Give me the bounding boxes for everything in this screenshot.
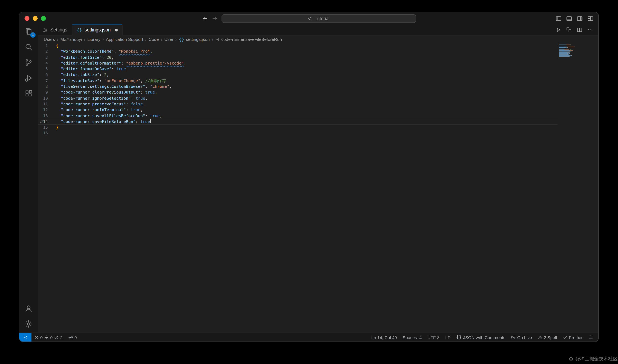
symbol-property-icon	[215, 37, 220, 41]
remote-icon	[23, 335, 27, 340]
manage-button[interactable]	[19, 317, 38, 333]
layout-controls	[555, 12, 593, 25]
line-number: 8	[38, 84, 48, 90]
text-cursor	[150, 119, 151, 124]
more-actions-icon[interactable]	[587, 27, 593, 33]
breadcrumb-item[interactable]: Users	[44, 37, 55, 42]
code-line[interactable]: 4 "editor.defaultFormatter": "esbenp.pre…	[38, 61, 598, 66]
tab-label: Settings	[50, 27, 67, 32]
status-spell-checker[interactable]: 2 Spell	[535, 333, 560, 341]
navigate-back-icon[interactable]	[202, 15, 208, 21]
code-text	[48, 130, 56, 136]
split-editor-icon[interactable]	[577, 27, 582, 33]
navigate-forward-icon[interactable]	[211, 15, 218, 21]
code-line[interactable]: 8 "liveServer.settings.CustomBrowser": "…	[38, 84, 598, 90]
code-line[interactable]: 10 "code-runner.ignoreSelection": true,	[38, 95, 598, 101]
code-text: "editor.tabSize": 2,	[48, 72, 109, 78]
code-lines: 1{2 "workbench.colorTheme": "Monokai Pro…	[38, 43, 598, 333]
minimize-window-button[interactable]	[33, 16, 38, 21]
code-line[interactable]: 9 "code-runner.clearPreviousOutput": tru…	[38, 90, 598, 96]
code-line[interactable]: 7 "files.autoSave": "onFocusChange", //自…	[38, 78, 598, 84]
code-line[interactable]: 6 "editor.tabSize": 2,	[38, 72, 598, 78]
line-number: 7	[38, 78, 48, 84]
line-number: 15	[38, 125, 48, 130]
status-left: 0020	[19, 333, 80, 341]
json-file-icon: {}	[77, 27, 82, 32]
activity-search[interactable]	[19, 40, 38, 56]
status-encoding[interactable]: UTF-8	[424, 333, 442, 341]
titlebar[interactable]: Tutorial	[19, 12, 598, 25]
account-button[interactable]	[19, 301, 38, 317]
command-center[interactable]: Tutorial	[221, 14, 416, 23]
line-number: 13	[38, 113, 48, 119]
activity-extensions[interactable]	[19, 87, 38, 102]
breadcrumb-separator: ›	[175, 37, 177, 41]
activity-source-control[interactable]	[19, 56, 38, 71]
activity-explorer[interactable]: 1	[19, 25, 38, 40]
code-line[interactable]: 14 "code-runner.saveFileBeforeRun": true	[38, 119, 598, 125]
breadcrumb-item[interactable]: Library	[87, 37, 100, 42]
watermark-text: @稀土掘金技术社区	[575, 356, 618, 362]
line-number: 4	[38, 61, 48, 66]
line-number: 5	[38, 66, 48, 72]
status-ports[interactable]: 0	[66, 333, 80, 341]
breadcrumb-label: Users	[44, 37, 55, 42]
search-icon	[308, 16, 312, 21]
status-indentation[interactable]: Spaces: 4	[400, 333, 424, 341]
editor[interactable]: 1{2 "workbench.colorTheme": "Monokai Pro…	[38, 43, 598, 333]
toggle-primary-sidebar-icon[interactable]	[555, 15, 562, 21]
status-label: 0	[50, 335, 53, 340]
line-number: 12	[38, 107, 48, 113]
breadcrumb-separator: ›	[84, 37, 85, 41]
tab-settings[interactable]: Settings	[38, 25, 72, 35]
status-remote-indicator[interactable]	[19, 333, 31, 341]
braces-icon: {}	[456, 335, 462, 340]
open-changes-icon[interactable]	[566, 27, 572, 33]
status-language-mode[interactable]: {}JSON with Comments	[453, 333, 508, 341]
status-label: Spaces: 4	[403, 335, 421, 340]
code-line[interactable]: 11 "code-runner.preserveFocus": false,	[38, 101, 598, 107]
run-code-icon[interactable]	[555, 27, 561, 33]
breadcrumb-item[interactable]: Application Support	[106, 37, 143, 42]
status-eol[interactable]: LF	[442, 333, 453, 341]
breadcrumb-item[interactable]: MZYzhouyi	[61, 37, 82, 42]
breadcrumb-item[interactable]: User	[164, 37, 173, 42]
line-number: 3	[38, 54, 48, 61]
tab-bar: Settings {} settings.json	[38, 25, 598, 36]
breadcrumb-label: Library	[87, 37, 100, 42]
warning-icon	[538, 335, 542, 340]
editor-group: Settings {} settings.json Users›MZYzho	[38, 25, 598, 333]
breadcrumb-separator: ›	[145, 37, 146, 41]
status-go-live[interactable]: Go Live	[508, 333, 535, 341]
code-line[interactable]: 5 "editor.formatOnSave": true,	[38, 66, 598, 72]
code-text: "code-runner.runInTerminal": true,	[48, 107, 143, 113]
search-icon	[24, 43, 32, 53]
code-line[interactable]: 16	[38, 130, 598, 136]
zoom-window-button[interactable]	[41, 16, 46, 21]
status-cursor-position[interactable]: Ln 14, Col 40	[368, 333, 400, 341]
close-window-button[interactable]	[25, 16, 29, 21]
code-line[interactable]: 15}	[38, 125, 598, 130]
status-prettier[interactable]: Prettier	[560, 333, 586, 341]
breadcrumb-label: Application Support	[106, 37, 143, 42]
breadcrumb-item[interactable]: {}settings.json	[179, 37, 210, 42]
modified-dot-icon[interactable]	[115, 28, 118, 31]
breadcrumb-item[interactable]: code-runner.saveFileBeforeRun	[215, 37, 282, 42]
status-problems[interactable]: 002	[31, 333, 66, 341]
status-notifications[interactable]	[586, 333, 596, 341]
activity-run-debug[interactable]	[19, 71, 38, 87]
minimap[interactable]	[557, 43, 598, 333]
toggle-panel-icon[interactable]	[566, 15, 572, 21]
code-line[interactable]: 13 "code-runner.saveAllFilesBeforeRun": …	[38, 113, 598, 119]
code-line[interactable]: 1{	[38, 43, 598, 49]
tab-settings-json[interactable]: {} settings.json	[72, 25, 122, 35]
broadcast-icon	[511, 335, 516, 340]
toggle-secondary-sidebar-icon[interactable]	[577, 15, 583, 21]
code-line[interactable]: 12 "code-runner.runInTerminal": true,	[38, 107, 598, 113]
code-line[interactable]: 3 "editor.fontSize": 20,	[38, 54, 598, 61]
customize-layout-icon[interactable]	[587, 15, 593, 21]
breadcrumb-item[interactable]: Code	[149, 37, 159, 42]
line-number: 16	[38, 130, 48, 136]
code-line[interactable]: 2 "workbench.colorTheme": "Monokai Pro",	[38, 49, 598, 55]
extensions-icon	[24, 90, 32, 99]
